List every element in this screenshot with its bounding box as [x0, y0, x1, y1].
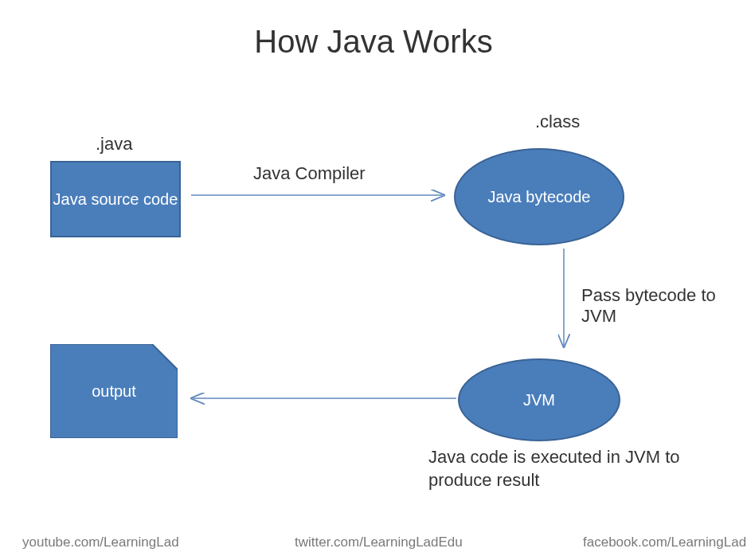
source-code-box: Java source code	[50, 161, 181, 237]
output-label: output	[92, 382, 136, 401]
jvm-ellipse: JVM	[458, 358, 620, 441]
bytecode-ellipse: Java bytecode	[454, 148, 624, 245]
jvm-label: JVM	[523, 390, 555, 410]
pass-label: Pass bytecode to JVM	[581, 285, 747, 327]
footer-facebook: facebook.com/LearningLad	[583, 535, 746, 550]
bytecode-label: Java bytecode	[488, 186, 591, 207]
compiler-label: Java Compiler	[253, 163, 366, 184]
arrow-compiler	[190, 187, 452, 203]
footer-twitter: twitter.com/LearningLadEdu	[295, 535, 463, 550]
diagram-title: How Java Works	[0, 24, 747, 60]
source-code-label: Java source code	[53, 189, 178, 210]
arrow-pass	[556, 247, 572, 355]
source-ext-label: .java	[96, 134, 132, 155]
bytecode-ext-label: .class	[535, 112, 580, 132]
output-box: output	[50, 344, 178, 438]
arrow-execute	[183, 390, 458, 406]
footer-youtube: youtube.com/LearningLad	[22, 535, 179, 550]
execute-label: Java code is executed in JVM to produce …	[428, 446, 715, 491]
